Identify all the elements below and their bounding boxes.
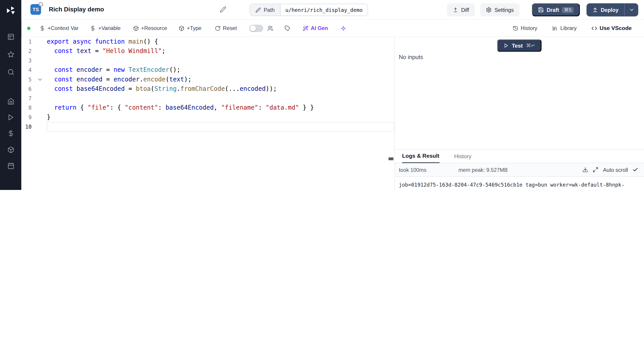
download-logs-icon[interactable] — [582, 167, 588, 173]
library-button[interactable]: Library — [552, 25, 577, 31]
code-line[interactable] — [47, 94, 394, 103]
line-number: 1 — [22, 37, 47, 46]
refresh-icon — [215, 25, 220, 31]
add-type-button[interactable]: +Type — [179, 25, 202, 31]
path-value[interactable]: u/henri/rich_display_demo — [280, 4, 368, 16]
status-dot — [27, 27, 30, 30]
code-line[interactable] — [47, 122, 394, 132]
app-root: TS Rich Display demo Path u/henri/rich_d… — [0, 0, 644, 190]
auto-scroll-check-icon[interactable] — [632, 167, 638, 173]
expand-logs-icon[interactable] — [593, 167, 598, 173]
play-icon — [504, 43, 508, 48]
scrollbar-cursor-marker — [389, 157, 394, 160]
code-editor[interactable]: 12345678910 export async function main()… — [22, 37, 394, 190]
path-button[interactable]: Path — [250, 4, 280, 16]
path-button-label: Path — [264, 7, 274, 13]
format-button[interactable] — [284, 25, 290, 31]
auto-scroll-label: Auto scroll — [603, 167, 628, 173]
search-icon[interactable] — [0, 69, 22, 76]
tab-history[interactable]: History — [454, 153, 471, 163]
code-line[interactable]: const text = "Hello Windmill"; — [47, 47, 394, 56]
add-resource-button[interactable]: +Resource — [133, 25, 167, 31]
line-number: 6 — [22, 84, 47, 94]
multiplayer-button[interactable] — [267, 25, 273, 31]
variables-icon[interactable] — [0, 130, 22, 137]
wand-icon — [302, 25, 308, 31]
right-panel: Test ⌘↵ No inputs Logs & Result History … — [394, 37, 644, 190]
test-shortcut: ⌘↵ — [526, 43, 535, 49]
page-title: Rich Display demo — [49, 6, 104, 13]
results-tabs: Logs & Result History — [395, 150, 644, 163]
resources-icon[interactable] — [0, 146, 22, 153]
diff-mode-toggle[interactable] — [249, 24, 263, 32]
header-actions: Diff Settings Draft ⌘S Deploy — [447, 3, 638, 17]
path-group: Path u/henri/rich_display_demo — [250, 4, 368, 16]
library-icon — [552, 25, 558, 31]
draft-shortcut: ⌘S — [562, 7, 574, 13]
history-button[interactable]: History — [512, 25, 537, 31]
code-line[interactable]: const base64Encoded = btoa(String.fromCh… — [47, 84, 394, 94]
draft-button-label: Draft — [547, 7, 559, 13]
library-label: Library — [560, 25, 577, 31]
add-type-label: +Type — [187, 25, 202, 31]
add-context-var-label: +Context Var — [48, 25, 78, 31]
code-line[interactable]: } — [47, 113, 394, 122]
code-line[interactable] — [47, 56, 394, 65]
ai-assistant-button[interactable] — [340, 25, 346, 31]
add-variable-label: +Variable — [98, 25, 120, 31]
editor-code: export async function main() { const tex… — [47, 37, 394, 190]
use-vscode-button[interactable]: Use VScode — [592, 25, 632, 31]
add-resource-label: +Resource — [141, 25, 167, 31]
diff-button-label: Diff — [461, 7, 469, 13]
settings-button[interactable]: Settings — [480, 3, 520, 17]
deploy-dropdown-button[interactable] — [624, 3, 638, 17]
typescript-badge-label: TS — [33, 7, 39, 12]
sparkles-icon — [340, 25, 346, 31]
code-line[interactable]: const encoder = new TextEncoder(); — [47, 65, 394, 75]
code-line[interactable]: const encoded = encoder.encode(text); — [47, 75, 394, 84]
line-number: 3 — [22, 56, 47, 65]
add-variable-button[interactable]: +Variable — [90, 25, 121, 31]
schedules-icon[interactable] — [0, 162, 22, 169]
main-area: TS Rich Display demo Path u/henri/rich_d… — [22, 0, 644, 190]
edit-title-icon[interactable] — [220, 6, 226, 15]
apps-icon[interactable] — [0, 33, 22, 40]
log-actions: Auto scroll — [582, 167, 638, 173]
ai-gen-button[interactable]: AI Gen — [302, 25, 328, 31]
code-line[interactable]: export async function main() { — [47, 37, 394, 46]
mem-peak-text: mem peak: 9.527MB — [458, 167, 508, 173]
tab-logs-result[interactable]: Logs & Result — [402, 153, 440, 163]
home-icon[interactable] — [0, 98, 22, 105]
sidebar — [0, 0, 22, 190]
code-line[interactable]: return { "file": { "content": base64Enco… — [47, 103, 394, 113]
favorites-icon[interactable] — [0, 51, 22, 58]
editor-gutter: 12345678910 — [22, 37, 47, 190]
deploy-button-label: Deploy — [601, 7, 619, 13]
test-button-label: Test — [512, 43, 523, 49]
box-icon — [133, 25, 139, 31]
run-section: Test ⌘↵ No inputs — [395, 37, 644, 149]
diff-button[interactable]: Diff — [447, 3, 475, 17]
fold-chevron-icon[interactable] — [37, 76, 43, 86]
runs-icon[interactable] — [0, 114, 22, 121]
line-number: 10 — [22, 122, 47, 132]
users-icon — [267, 25, 273, 31]
ai-gen-label: AI Gen — [311, 25, 328, 31]
line-number: 7 — [22, 94, 47, 103]
draft-button[interactable]: Draft ⌘S — [532, 3, 580, 17]
test-button[interactable]: Test ⌘↵ — [497, 39, 542, 52]
deploy-button[interactable]: Deploy — [586, 3, 624, 17]
editor-toolbar: +Context Var +Variable +Resource +Type R… — [22, 20, 644, 37]
reset-button[interactable]: Reset — [215, 25, 237, 31]
toolbar-right: History Library Use VScode — [512, 25, 644, 31]
no-inputs-text: No inputs — [399, 54, 423, 60]
windmill-logo-icon[interactable] — [0, 5, 22, 16]
tag-icon — [284, 25, 290, 31]
add-context-var-button[interactable]: +Context Var — [39, 25, 78, 31]
history-icon — [512, 25, 518, 31]
deploy-button-group: Deploy — [586, 3, 638, 17]
chevron-down-icon — [628, 7, 634, 13]
header: TS Rich Display demo Path u/henri/rich_d… — [22, 0, 644, 20]
box-icon — [179, 25, 184, 31]
history-label: History — [521, 25, 537, 31]
